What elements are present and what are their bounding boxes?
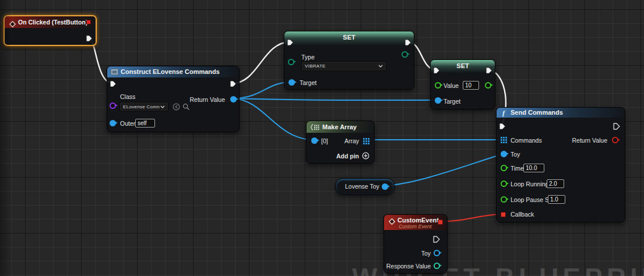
class-select-dropdown[interactable]: ELovense Comn [119, 102, 168, 111]
outer-value-input[interactable]: self [135, 119, 155, 128]
class-pin[interactable] [110, 102, 116, 109]
add-pin-icon[interactable] [362, 152, 369, 160]
callback-delegate-pin[interactable] [501, 212, 506, 217]
chevron-down-icon [378, 65, 383, 68]
function-f-icon: ƒ [502, 109, 506, 116]
node-title: Make Array [322, 123, 357, 130]
node-set-type[interactable]: SET Type VIBRATE Target [284, 31, 414, 90]
return-value-label: Return Value [189, 96, 225, 103]
response-value-label: Response Value [386, 263, 431, 270]
exec-out-pin[interactable] [86, 35, 93, 42]
toy-out-label: Toy [421, 250, 431, 257]
loop-pause-sec-pin[interactable] [501, 196, 507, 203]
return-value-pin[interactable] [612, 137, 618, 143]
time-pin-label: Time [511, 165, 524, 172]
use-selected-icon[interactable] [173, 103, 180, 111]
variable-name-label: Lovense Toy [345, 183, 379, 190]
exec-in-pin[interactable] [433, 67, 440, 74]
exec-in-pin[interactable] [499, 123, 506, 130]
commands-array-pin[interactable] [501, 137, 507, 143]
toy-pin-label: Toy [511, 151, 520, 158]
exec-out-pin[interactable] [230, 80, 237, 87]
return-value-pin[interactable] [230, 96, 237, 102]
data-wire-return-to-set1-target[interactable] [233, 82, 291, 98]
return-value-label: Return Value [572, 137, 607, 144]
loop-running-sec-pin[interactable] [501, 181, 507, 187]
target-pin[interactable] [435, 97, 441, 104]
node-title: Construct ELovense Commands [121, 68, 220, 75]
callback-pin-label: Callback [511, 211, 534, 218]
type-out-pin[interactable] [402, 51, 408, 58]
event-delegate-out-pin[interactable] [438, 220, 443, 225]
node-title: CustomEvent [397, 217, 439, 224]
variable-out-pin[interactable] [382, 183, 388, 190]
outer-pin[interactable] [110, 120, 116, 126]
target-pin-label: Target [300, 79, 316, 86]
exec-in-pin[interactable] [110, 80, 117, 87]
class-dropdown-value: ELovense Comn [123, 104, 160, 109]
exec-wire-construct-set1[interactable] [233, 42, 290, 83]
array-item0-pin[interactable] [311, 137, 318, 144]
exec-out-pin[interactable] [404, 39, 411, 46]
array-item0-label: [0] [321, 137, 328, 144]
browse-search-icon[interactable] [182, 103, 190, 111]
class-pin-label: Class [120, 93, 135, 100]
node-construct-elovense-commands[interactable]: Construct ELovense Commands Class ELoven… [107, 66, 240, 132]
commands-pin-label: Commands [511, 137, 542, 144]
add-pin-label: Add pin [336, 153, 359, 160]
target-pin[interactable] [288, 79, 295, 86]
value-out-pin[interactable] [485, 82, 491, 89]
node-title: Send Commands [511, 109, 563, 116]
node-title: SET [284, 34, 414, 41]
blueprint-graph-canvas[interactable]: WIDGET BLUEPRINT On Clicked (TestButton)… [0, 0, 644, 276]
loop-pause-sec-input[interactable]: 1.0 [548, 195, 565, 204]
type-enum-dropdown[interactable]: VIBRATE [301, 61, 386, 71]
toy-out-pin[interactable] [434, 250, 440, 256]
type-pin-label: Type [301, 54, 315, 61]
node-send-commands[interactable]: ƒ Send Commands Commands Return Value To… [496, 107, 625, 222]
toy-pin[interactable] [501, 151, 507, 157]
node-custom-event[interactable]: CustomEvent Custom Event Toy Response Va… [383, 214, 448, 274]
chevron-down-icon [160, 105, 165, 108]
delegate-wire-customevent-to-callback[interactable] [439, 214, 502, 221]
node-title: On Clicked (TestButton) [18, 19, 87, 26]
node-on-clicked[interactable]: On Clicked (TestButton) [3, 15, 97, 46]
exec-in-pin[interactable] [287, 39, 294, 46]
exec-out-pin[interactable] [433, 236, 440, 243]
value-pin-label: Value [444, 82, 459, 89]
node-set-value[interactable]: SET Value 10 Target [430, 59, 495, 109]
type-in-pin[interactable] [288, 59, 294, 65]
type-dropdown-value: VIBRATE [305, 63, 326, 69]
data-wire-return-to-makearray[interactable] [233, 98, 314, 140]
time-input[interactable]: 10.0 [523, 164, 544, 172]
data-wire-return-to-set2-target[interactable] [233, 98, 438, 100]
time-pin[interactable] [501, 165, 507, 171]
loop-running-sec-input[interactable]: 2.0 [547, 179, 564, 188]
array-out-label: Array [344, 137, 359, 144]
construct-box-icon [111, 69, 118, 75]
node-make-array[interactable]: Make Array [0] Array Add pin [306, 121, 375, 164]
response-value-pin[interactable] [434, 263, 440, 269]
node-subtitle: Custom Event [399, 224, 432, 229]
event-diamond-icon [389, 218, 395, 225]
data-wire-lovensetoy-to-toy[interactable] [383, 154, 504, 186]
exec-out-pin[interactable] [485, 67, 492, 74]
exec-out-pin[interactable] [613, 123, 620, 130]
value-in-pin[interactable] [435, 82, 441, 89]
array-out-pin[interactable] [363, 138, 369, 144]
event-diamond-icon [9, 21, 16, 27]
target-pin-label: Target [444, 98, 460, 105]
value-input[interactable]: 10 [463, 81, 479, 90]
outer-pin-label: Outer [120, 120, 135, 127]
node-lovense-toy-getter[interactable]: Lovense Toy [335, 178, 395, 195]
make-array-icon [310, 124, 320, 130]
event-delegate-square-icon[interactable] [86, 20, 91, 24]
